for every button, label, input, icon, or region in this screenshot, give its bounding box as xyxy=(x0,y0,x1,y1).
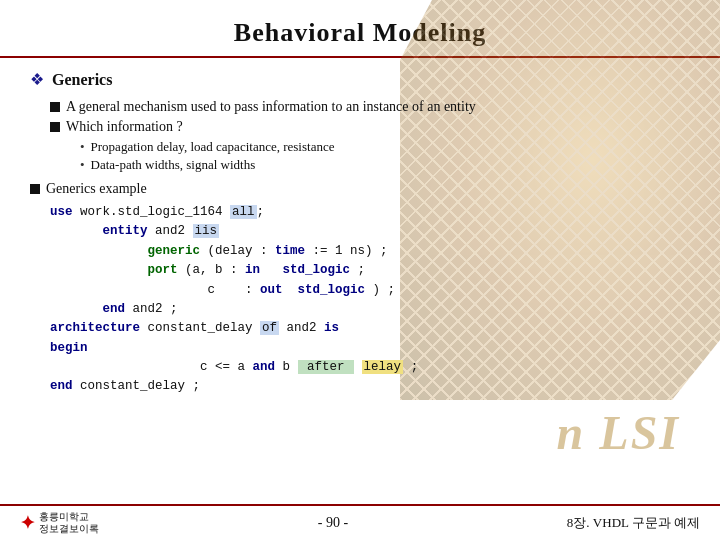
footer-chapter: 8장. VHDL 구문과 예제 xyxy=(567,514,700,532)
footer-logo-line2: 정보결보이록 xyxy=(39,523,99,535)
page-wrapper: n LSI Behavioral Modeling ❖ Generics A g… xyxy=(0,0,720,540)
footer-logo: ✦ 홍릉미학교 정보결보이록 xyxy=(20,511,99,535)
bullet-square-icon-2 xyxy=(50,122,60,132)
logo-icon: ✦ xyxy=(20,512,35,534)
example-label: Generics example xyxy=(46,181,147,197)
diamond-icon: ❖ xyxy=(30,70,44,89)
bullet-item-2: Which information ? xyxy=(50,119,670,135)
bullet-text-1: A general mechanism used to pass informa… xyxy=(66,99,476,115)
code-line-4: port (a, b : in std_logic ; xyxy=(50,261,670,280)
code-line-10: end constant_delay ; xyxy=(50,377,670,396)
main-content: ❖ Generics A general mechanism used to p… xyxy=(0,58,720,407)
dot-icon-1: • xyxy=(80,139,85,155)
code-line-2: entity and2 iis xyxy=(50,222,670,241)
code-line-5: c : out std_logic ) ; xyxy=(50,281,670,300)
sub-bullet-text-2: Data-path widths, signal widths xyxy=(91,157,256,173)
code-line-8: begin xyxy=(50,339,670,358)
page-footer: ✦ 홍릉미학교 정보결보이록 - 90 - 8장. VHDL 구문과 예제 xyxy=(0,504,720,540)
lsi-watermark: n LSI xyxy=(557,405,680,460)
code-line-7: architecture constant_delay of and2 is xyxy=(50,319,670,338)
dot-icon-2: • xyxy=(80,157,85,173)
bullet-square-icon-1 xyxy=(50,102,60,112)
bullet-square-icon-3 xyxy=(30,184,40,194)
sub-bullet-text-1: Propagation delay, load capacitance, res… xyxy=(91,139,335,155)
bullet-item-1: A general mechanism used to pass informa… xyxy=(50,99,670,115)
code-line-9: c <= a and b after lelay ; xyxy=(50,358,670,377)
section-generics-label: Generics xyxy=(52,71,112,89)
example-section: Generics example xyxy=(30,181,670,197)
code-line-3: generic (delay : time := 1 ns) ; xyxy=(50,242,670,261)
sub-bullet-2: • Data-path widths, signal widths xyxy=(80,157,670,173)
section-generics-title: ❖ Generics xyxy=(30,70,670,89)
bullet-text-2: Which information ? xyxy=(66,119,183,135)
bullet-list: A general mechanism used to pass informa… xyxy=(50,99,670,173)
sub-bullet-1: • Propagation delay, load capacitance, r… xyxy=(80,139,670,155)
footer-logo-line1: 홍릉미학교 xyxy=(39,511,99,523)
sub-bullet-list: • Propagation delay, load capacitance, r… xyxy=(80,139,670,173)
footer-logo-text: 홍릉미학교 정보결보이록 xyxy=(39,511,99,535)
footer-page-number: - 90 - xyxy=(318,515,348,531)
code-line-6: end and2 ; xyxy=(50,300,670,319)
code-block: use work.std_logic_1164 all; entity and2… xyxy=(50,203,670,397)
code-line-1: use work.std_logic_1164 all; xyxy=(50,203,670,222)
